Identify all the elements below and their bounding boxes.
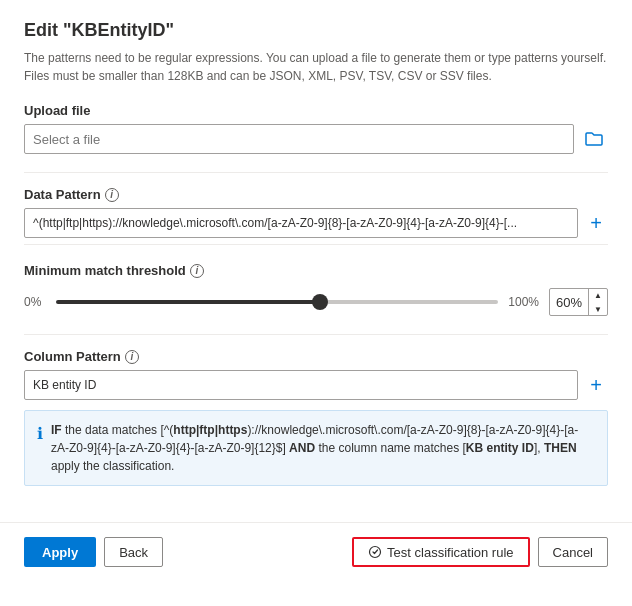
divider-1 [24, 172, 608, 173]
test-classification-rule-button[interactable]: Test classification rule [352, 537, 529, 567]
file-input[interactable] [24, 124, 574, 154]
threshold-info-icon[interactable]: i [190, 264, 204, 278]
threshold-row: 0% 100% ▲ ▼ [24, 288, 608, 316]
threshold-slider[interactable] [56, 300, 498, 304]
threshold-value-box: ▲ ▼ [549, 288, 608, 316]
test-icon [368, 545, 382, 559]
column-pattern-row: + [24, 370, 608, 400]
divider-3 [24, 334, 608, 335]
threshold-min-label: 0% [24, 295, 46, 309]
data-pattern-input[interactable] [24, 208, 578, 238]
folder-icon [585, 131, 603, 147]
info-box-text: IF the data matches [^(http|ftp|https):/… [51, 421, 595, 475]
page-title: Edit "KBEntityID" [24, 20, 608, 41]
threshold-value-input[interactable] [550, 295, 588, 310]
info-box: ℹ IF the data matches [^(http|ftp|https)… [24, 410, 608, 486]
data-pattern-label: Data Pattern i [24, 187, 608, 202]
column-pattern-section: Column Pattern i + ℹ IF the data matches… [24, 349, 608, 486]
threshold-section: Minimum match threshold i 0% 100% ▲ ▼ [24, 263, 608, 316]
column-pattern-label: Column Pattern i [24, 349, 608, 364]
cancel-button[interactable]: Cancel [538, 537, 608, 567]
threshold-slider-container [56, 300, 498, 304]
data-pattern-row: + [24, 208, 608, 238]
upload-file-row [24, 124, 608, 154]
threshold-label: Minimum match threshold i [24, 263, 608, 278]
divider-2 [24, 244, 608, 245]
page-description: The patterns need to be regular expressi… [24, 49, 608, 85]
threshold-spinner: ▲ ▼ [588, 288, 607, 316]
threshold-increment-button[interactable]: ▲ [589, 288, 607, 302]
data-pattern-add-button[interactable]: + [584, 211, 608, 235]
threshold-max-label: 100% [508, 295, 539, 309]
back-button[interactable]: Back [104, 537, 163, 567]
apply-button[interactable]: Apply [24, 537, 96, 567]
info-box-icon: ℹ [37, 422, 43, 475]
column-pattern-info-icon[interactable]: i [125, 350, 139, 364]
data-pattern-info-icon[interactable]: i [105, 188, 119, 202]
upload-label: Upload file [24, 103, 608, 118]
folder-icon-button[interactable] [580, 125, 608, 153]
column-pattern-add-button[interactable]: + [584, 373, 608, 397]
column-pattern-input[interactable] [24, 370, 578, 400]
threshold-decrement-button[interactable]: ▼ [589, 302, 607, 316]
footer: Apply Back Test classification rule Canc… [0, 522, 632, 581]
